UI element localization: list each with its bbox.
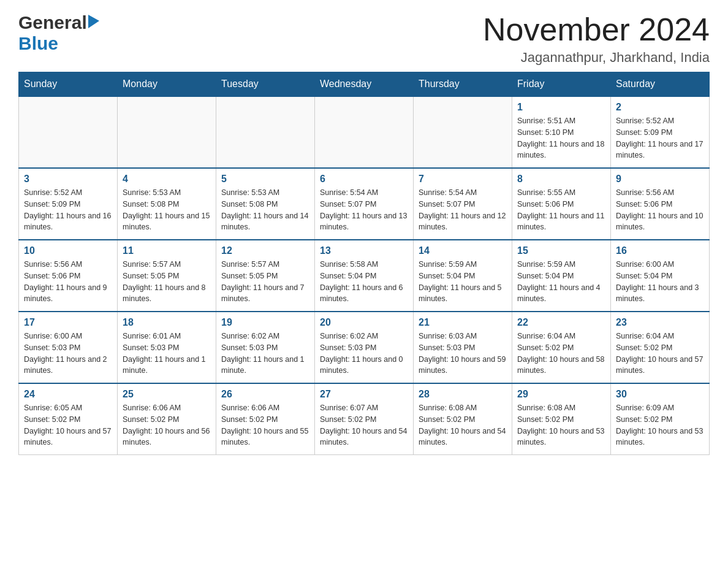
day-info: Sunrise: 6:06 AMSunset: 5:02 PMDaylight:… (221, 402, 309, 448)
day-number: 16 (616, 245, 704, 256)
day-number: 23 (616, 317, 704, 328)
logo-general-text: General (18, 12, 87, 33)
day-number: 12 (221, 245, 309, 256)
table-row: 28Sunrise: 6:08 AMSunset: 5:02 PMDayligh… (414, 383, 512, 455)
table-row: 8Sunrise: 5:55 AMSunset: 5:06 PMDaylight… (512, 168, 611, 240)
day-number: 9 (616, 174, 704, 185)
calendar-week-row: 24Sunrise: 6:05 AMSunset: 5:02 PMDayligh… (19, 383, 710, 455)
table-row: 21Sunrise: 6:03 AMSunset: 5:03 PMDayligh… (414, 312, 512, 383)
day-number: 28 (419, 389, 507, 400)
col-wednesday: Wednesday (315, 72, 414, 97)
day-info: Sunrise: 5:53 AMSunset: 5:08 PMDaylight:… (221, 187, 309, 233)
day-info: Sunrise: 6:00 AMSunset: 5:03 PMDaylight:… (24, 331, 112, 377)
day-info: Sunrise: 5:52 AMSunset: 5:09 PMDaylight:… (616, 115, 704, 161)
day-number: 30 (616, 389, 704, 400)
day-info: Sunrise: 5:54 AMSunset: 5:07 PMDaylight:… (419, 187, 507, 233)
day-number: 18 (123, 317, 211, 328)
day-number: 8 (517, 174, 605, 185)
calendar-header-row: Sunday Monday Tuesday Wednesday Thursday… (19, 72, 710, 97)
table-row: 24Sunrise: 6:05 AMSunset: 5:02 PMDayligh… (19, 383, 118, 455)
day-number: 11 (123, 245, 211, 256)
day-number: 26 (221, 389, 309, 400)
table-row: 25Sunrise: 6:06 AMSunset: 5:02 PMDayligh… (118, 383, 216, 455)
table-row: 22Sunrise: 6:04 AMSunset: 5:02 PMDayligh… (512, 312, 611, 383)
day-number: 22 (517, 317, 605, 328)
day-info: Sunrise: 5:55 AMSunset: 5:06 PMDaylight:… (517, 187, 605, 233)
day-number: 17 (24, 317, 112, 328)
calendar-week-row: 3Sunrise: 5:52 AMSunset: 5:09 PMDaylight… (19, 168, 710, 240)
day-info: Sunrise: 5:54 AMSunset: 5:07 PMDaylight:… (320, 187, 408, 233)
logo-blue-text: Blue (18, 33, 58, 53)
day-info: Sunrise: 6:07 AMSunset: 5:02 PMDaylight:… (320, 402, 408, 448)
day-info: Sunrise: 5:52 AMSunset: 5:09 PMDaylight:… (24, 187, 112, 233)
day-number: 21 (419, 317, 507, 328)
location-subtitle: Jagannathpur, Jharkhand, India (483, 50, 710, 66)
day-info: Sunrise: 5:59 AMSunset: 5:04 PMDaylight:… (419, 259, 507, 305)
day-number: 25 (123, 389, 211, 400)
table-row (19, 96, 118, 168)
col-monday: Monday (118, 72, 216, 97)
table-row (315, 96, 414, 168)
day-number: 1 (517, 102, 605, 113)
day-info: Sunrise: 5:57 AMSunset: 5:05 PMDaylight:… (221, 259, 309, 305)
table-row: 23Sunrise: 6:04 AMSunset: 5:02 PMDayligh… (611, 312, 710, 383)
day-info: Sunrise: 5:58 AMSunset: 5:04 PMDaylight:… (320, 259, 408, 305)
day-info: Sunrise: 6:05 AMSunset: 5:02 PMDaylight:… (24, 402, 112, 448)
day-number: 29 (517, 389, 605, 400)
day-info: Sunrise: 6:00 AMSunset: 5:04 PMDaylight:… (616, 259, 704, 305)
calendar-week-row: 10Sunrise: 5:56 AMSunset: 5:06 PMDayligh… (19, 240, 710, 312)
table-row: 17Sunrise: 6:00 AMSunset: 5:03 PMDayligh… (19, 312, 118, 383)
day-info: Sunrise: 5:56 AMSunset: 5:06 PMDaylight:… (24, 259, 112, 305)
day-number: 24 (24, 389, 112, 400)
title-section: November 2024 Jagannathpur, Jharkhand, I… (483, 12, 710, 66)
day-number: 5 (221, 174, 309, 185)
day-info: Sunrise: 5:56 AMSunset: 5:06 PMDaylight:… (616, 187, 704, 233)
table-row: 15Sunrise: 5:59 AMSunset: 5:04 PMDayligh… (512, 240, 611, 312)
day-info: Sunrise: 5:59 AMSunset: 5:04 PMDaylight:… (517, 259, 605, 305)
day-info: Sunrise: 6:08 AMSunset: 5:02 PMDaylight:… (517, 402, 605, 448)
calendar-week-row: 1Sunrise: 5:51 AMSunset: 5:10 PMDaylight… (19, 96, 710, 168)
day-info: Sunrise: 6:04 AMSunset: 5:02 PMDaylight:… (517, 331, 605, 377)
table-row (414, 96, 512, 168)
table-row: 27Sunrise: 6:07 AMSunset: 5:02 PMDayligh… (315, 383, 414, 455)
table-row: 9Sunrise: 5:56 AMSunset: 5:06 PMDaylight… (611, 168, 710, 240)
day-number: 15 (517, 245, 605, 256)
day-info: Sunrise: 5:53 AMSunset: 5:08 PMDaylight:… (123, 187, 211, 233)
table-row: 18Sunrise: 6:01 AMSunset: 5:03 PMDayligh… (118, 312, 216, 383)
day-number: 13 (320, 245, 408, 256)
day-info: Sunrise: 5:57 AMSunset: 5:05 PMDaylight:… (123, 259, 211, 305)
day-info: Sunrise: 6:08 AMSunset: 5:02 PMDaylight:… (419, 402, 507, 448)
table-row: 4Sunrise: 5:53 AMSunset: 5:08 PMDaylight… (118, 168, 216, 240)
day-number: 19 (221, 317, 309, 328)
col-sunday: Sunday (19, 72, 118, 97)
table-row: 10Sunrise: 5:56 AMSunset: 5:06 PMDayligh… (19, 240, 118, 312)
col-saturday: Saturday (611, 72, 710, 97)
table-row: 29Sunrise: 6:08 AMSunset: 5:02 PMDayligh… (512, 383, 611, 455)
page-header: General Blue November 2024 Jagannathpur,… (18, 12, 710, 66)
table-row: 5Sunrise: 5:53 AMSunset: 5:08 PMDaylight… (216, 168, 315, 240)
day-info: Sunrise: 6:04 AMSunset: 5:02 PMDaylight:… (616, 331, 704, 377)
table-row: 2Sunrise: 5:52 AMSunset: 5:09 PMDaylight… (611, 96, 710, 168)
day-info: Sunrise: 6:01 AMSunset: 5:03 PMDaylight:… (123, 331, 211, 377)
day-info: Sunrise: 6:02 AMSunset: 5:03 PMDaylight:… (320, 331, 408, 377)
day-info: Sunrise: 6:09 AMSunset: 5:02 PMDaylight:… (616, 402, 704, 448)
table-row: 13Sunrise: 5:58 AMSunset: 5:04 PMDayligh… (315, 240, 414, 312)
day-number: 10 (24, 245, 112, 256)
logo-arrow-icon (88, 15, 99, 31)
table-row: 16Sunrise: 6:00 AMSunset: 5:04 PMDayligh… (611, 240, 710, 312)
table-row (216, 96, 315, 168)
table-row: 7Sunrise: 5:54 AMSunset: 5:07 PMDaylight… (414, 168, 512, 240)
col-tuesday: Tuesday (216, 72, 315, 97)
logo: General Blue (18, 12, 99, 54)
table-row: 20Sunrise: 6:02 AMSunset: 5:03 PMDayligh… (315, 312, 414, 383)
month-title: November 2024 (483, 12, 710, 47)
table-row: 11Sunrise: 5:57 AMSunset: 5:05 PMDayligh… (118, 240, 216, 312)
day-number: 7 (419, 174, 507, 185)
table-row: 26Sunrise: 6:06 AMSunset: 5:02 PMDayligh… (216, 383, 315, 455)
day-number: 6 (320, 174, 408, 185)
day-number: 3 (24, 174, 112, 185)
svg-marker-0 (88, 15, 99, 28)
day-number: 2 (616, 102, 704, 113)
day-info: Sunrise: 6:03 AMSunset: 5:03 PMDaylight:… (419, 331, 507, 377)
calendar-week-row: 17Sunrise: 6:00 AMSunset: 5:03 PMDayligh… (19, 312, 710, 383)
